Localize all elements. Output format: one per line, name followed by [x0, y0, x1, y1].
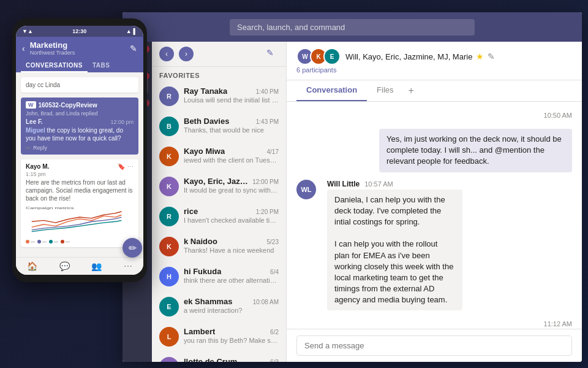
phone-compose-button[interactable]: ✏ — [123, 238, 142, 258]
phone-nav-activity[interactable]: 👥 — [91, 261, 102, 271]
nav-back-button[interactable]: ‹ — [159, 47, 174, 61]
msg-time: 1:15 pm — [26, 171, 134, 177]
chat-preview: iewed with the client on Tuesday, she h.… — [184, 156, 279, 164]
list-item[interactable]: BBeth Davies1:43 PMThanks, that would be… — [152, 112, 286, 142]
desktop-teams-app: Search, launch, and command 🔔 2 💬 1 👥 1 … — [123, 12, 582, 362]
chat-content: Kayo Miwa4/17iewed with the client on Tu… — [184, 147, 279, 164]
phone-nav-chat[interactable]: 💬 — [59, 261, 70, 271]
phone-title-area: Marketing Northwest Traders — [30, 40, 125, 56]
msg-text: Miguel the copy is looking great, do you… — [26, 126, 134, 142]
tab-conversation[interactable]: Conversation — [296, 80, 367, 101]
legend-item-3: — — [49, 239, 58, 243]
phone-nav-home[interactable]: 🏠 — [27, 261, 37, 271]
search-bar[interactable]: Search, launch, and command — [230, 19, 475, 36]
chat-tabs: Conversation Files + — [287, 80, 582, 102]
file-name: 160532-CopyReview — [39, 102, 97, 109]
chat-preview: you ran this by Beth? Make sure she is..… — [184, 337, 279, 344]
list-item[interactable]: Kk Naidoo5/23Thanks! Have a nice weekend — [152, 232, 286, 262]
chat-time: 1:20 PM — [256, 209, 279, 215]
chat-name-row: Ray Tanaka1:40 PM — [184, 86, 279, 96]
chat-content: hi Fukuda6/4think there are other altern… — [184, 267, 279, 284]
chat-content: rice1:20 PMI haven't checked available t… — [184, 207, 279, 224]
chat-name: llotte de Crum — [184, 357, 237, 362]
sender-row: Will Little10:57 AM — [327, 180, 520, 190]
more-options-icon[interactable]: ⋯ — [127, 163, 134, 170]
avatar-stack: WKE — [296, 48, 337, 65]
nav-forward-button[interactable]: › — [179, 47, 194, 61]
desktop-body: 🔔 2 💬 1 👥 1 ‹ › ✎ Favorites RRay T — [123, 42, 582, 362]
avatar: K — [159, 177, 179, 196]
battery-icon: ▌ — [134, 28, 137, 34]
svg-text:Campaign metrics: Campaign metrics — [26, 207, 74, 210]
desktop-header: Search, launch, and command — [123, 12, 582, 42]
participants-names: Will, Kayo, Eric, Jazmine, MJ, Marie — [345, 52, 472, 61]
list-item[interactable]: Rrice1:20 PMI haven't checked available … — [152, 202, 286, 232]
sender-name: Will Little — [327, 180, 360, 188]
chat-name-row: rice1:20 PM — [184, 207, 279, 216]
legend-item-4: — — [61, 239, 70, 243]
edit-icon[interactable]: ✎ — [488, 52, 495, 61]
file-icon: W — [26, 101, 36, 109]
new-chat-icon[interactable]: ✎ — [266, 48, 279, 60]
list-item[interactable]: Lllotte de Crum6/3set up a brainstorm se… — [152, 352, 286, 362]
phone-edit-icon[interactable]: ✎ — [130, 44, 137, 53]
list-item[interactable]: W 160532-CopyReview John, Brad, and Lind… — [21, 98, 138, 155]
phone-tab-tabs[interactable]: TABS — [88, 59, 115, 72]
avatar: L — [159, 357, 179, 362]
more-icon: ⋯ — [124, 261, 132, 271]
list-item: day cc Linda — [21, 77, 138, 93]
list-item[interactable]: Eek Shammas10:08 AMa weird interaction? — [152, 292, 286, 322]
chat-content: Kayo, Eric, Jazmine, +212:00 PMIt would … — [184, 177, 279, 194]
back-button[interactable]: ‹ — [22, 44, 25, 53]
chat-name-row: Lambert6/2 — [184, 327, 279, 336]
chat-time: 10:08 AM — [253, 299, 279, 305]
phone-tab-conversations[interactable]: CONVERSATIONS — [21, 59, 88, 72]
message-row: Yes, im just working on the deck now, it… — [296, 129, 572, 172]
list-item[interactable]: RRay Tanaka1:40 PMLouisa will send the i… — [152, 82, 286, 112]
avatar: B — [159, 117, 179, 136]
participants-row: WKE Will, Kayo, Eric, Jazmine, MJ, Marie… — [296, 48, 572, 65]
tab-add-button[interactable]: + — [404, 80, 419, 101]
list-item[interactable]: KKayo, Eric, Jazmine, +212:00 PMIt would… — [152, 172, 286, 202]
participants-count: 6 participants — [296, 66, 572, 74]
chat-name: Kayo Miwa — [184, 147, 225, 156]
list-item[interactable]: LLambert6/2you ran this by Beth? Make su… — [152, 322, 286, 352]
avatar: L — [159, 327, 179, 347]
phone-nav-more[interactable]: ⋯ — [124, 261, 132, 271]
message-bubble: Daniela, I can help you with the deck to… — [327, 190, 462, 311]
message-content: Will Little10:57 AMDaniela, I can help y… — [327, 180, 520, 311]
channel-subtitle: Northwest Traders — [30, 50, 125, 56]
chat-content: Ray Tanaka1:40 PMLouisa will send the in… — [184, 86, 279, 104]
chat-name-row: k Naidoo5/23 — [184, 237, 279, 246]
reply-label: Reply — [33, 145, 47, 151]
avatar: R — [159, 86, 179, 106]
main-chat: WKE Will, Kayo, Eric, Jazmine, MJ, Marie… — [287, 42, 582, 362]
phone-header: ‹ Marketing Northwest Traders ✎ — [16, 37, 143, 59]
avatar: E — [159, 297, 179, 316]
list-item[interactable]: Hhi Fukuda6/4think there are other alter… — [152, 262, 286, 292]
activity-icon: 👥 — [91, 261, 102, 271]
chat-preview: think there are other alternatives we c.… — [184, 277, 279, 284]
panel-nav: ‹ › — [159, 47, 194, 61]
chat-name-row: Kayo Miwa4/17 — [184, 147, 279, 156]
chat-content: ek Shammas10:08 AMa weird interaction? — [184, 297, 279, 314]
chat-name-row: Kayo, Eric, Jazmine, +212:00 PM — [184, 177, 279, 186]
star-icon[interactable]: ★ — [476, 52, 484, 61]
list-item[interactable]: KKayo Miwa4/17iewed with the client on T… — [152, 142, 286, 172]
favorites-label: Favorites — [152, 67, 286, 82]
chat-time: 6/3 — [270, 359, 279, 362]
status-indicators: ▲ ▌ — [126, 28, 137, 34]
tab-files[interactable]: Files — [367, 80, 403, 101]
chat-time: 1:40 PM — [256, 88, 279, 95]
chat-time: 4/17 — [267, 148, 279, 155]
chat-icon: 💬 — [59, 261, 70, 271]
chat-content: Beth Davies1:43 PMThanks, that would be … — [184, 117, 279, 134]
compose-input[interactable] — [296, 335, 572, 356]
message-timestamp: 11:12 AM — [296, 320, 572, 328]
chat-preview: I haven't checked available times yet — [184, 217, 279, 224]
metrics-chart: Campaign metrics — [26, 205, 134, 236]
msg-sender: Kayo M. — [26, 163, 49, 170]
legend-label: — — [54, 239, 58, 243]
reply-row[interactable]: ↩ Reply — [26, 145, 134, 151]
compose-icon: ✏ — [129, 242, 137, 254]
